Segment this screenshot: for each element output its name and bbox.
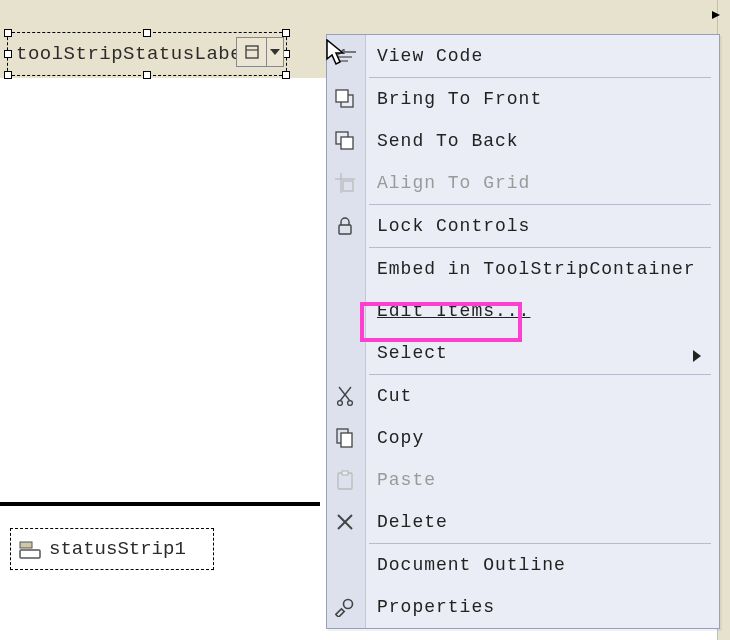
menu-delete[interactable]: Delete xyxy=(327,501,719,543)
menu-send-to-back[interactable]: Send To Back xyxy=(327,120,719,162)
paste-icon xyxy=(333,469,357,491)
menu-document-outline[interactable]: Document Outline xyxy=(327,544,719,586)
svg-marker-16 xyxy=(693,350,701,362)
resize-handle[interactable] xyxy=(282,71,290,79)
cursor-icon xyxy=(326,39,346,67)
menu-label: Properties xyxy=(377,597,495,617)
component-tray-item[interactable]: statusStrip1 xyxy=(10,528,214,570)
copy-icon xyxy=(333,427,357,449)
svg-line-18 xyxy=(340,387,351,401)
resize-handle[interactable] xyxy=(143,71,151,79)
menu-label: Align To Grid xyxy=(377,173,530,193)
svg-rect-9 xyxy=(336,90,348,102)
menu-lock-controls[interactable]: Lock Controls xyxy=(327,205,719,247)
menu-label: Paste xyxy=(377,470,436,490)
svg-rect-15 xyxy=(339,225,351,234)
svg-rect-22 xyxy=(341,433,352,447)
form-divider xyxy=(0,502,320,506)
add-item-dropdown[interactable] xyxy=(267,38,283,66)
menu-embed-toolstripcontainer[interactable]: Embed in ToolStripContainer xyxy=(327,248,719,290)
menu-bring-to-front[interactable]: Bring To Front xyxy=(327,78,719,120)
menu-label: Embed in ToolStripContainer xyxy=(377,259,696,279)
menu-label: Bring To Front xyxy=(377,89,542,109)
menu-label: Document Outline xyxy=(377,555,566,575)
resize-handle[interactable] xyxy=(4,50,12,58)
resize-handle[interactable] xyxy=(4,71,12,79)
menu-copy[interactable]: Copy xyxy=(327,417,719,459)
svg-point-19 xyxy=(338,401,343,406)
svg-rect-11 xyxy=(341,137,353,149)
component-tray-label: statusStrip1 xyxy=(49,538,186,560)
svg-rect-28 xyxy=(336,609,344,617)
delete-icon xyxy=(333,511,357,533)
svg-point-20 xyxy=(348,401,353,406)
svg-marker-0 xyxy=(712,11,720,19)
menu-paste: Paste xyxy=(327,459,719,501)
svg-rect-24 xyxy=(342,471,348,475)
menu-label: View Code xyxy=(377,46,483,66)
properties-icon xyxy=(333,596,357,618)
add-items-split-button[interactable] xyxy=(236,37,284,67)
add-item-button[interactable] xyxy=(237,38,267,66)
submenu-arrow-icon xyxy=(693,347,701,367)
statusstrip-icon xyxy=(19,538,41,560)
menu-label: Edit Items... xyxy=(377,301,530,321)
svg-rect-1 xyxy=(246,46,258,58)
align-grid-icon xyxy=(333,172,357,194)
svg-marker-29 xyxy=(327,40,343,64)
menu-properties[interactable]: Properties xyxy=(327,586,719,628)
svg-rect-4 xyxy=(20,550,40,558)
context-menu: View Code Bring To Front Send To Back xyxy=(326,34,720,629)
menu-cut[interactable]: Cut xyxy=(327,375,719,417)
resize-handle[interactable] xyxy=(4,29,12,37)
svg-marker-3 xyxy=(270,49,280,55)
toolstrip-status-label[interactable]: toolStripStatusLabel1 xyxy=(16,43,266,65)
lock-icon xyxy=(333,215,357,237)
smart-tag-arrow[interactable] xyxy=(712,11,724,19)
menu-label: Send To Back xyxy=(377,131,519,151)
resize-handle[interactable] xyxy=(282,29,290,37)
cut-icon xyxy=(333,385,357,407)
menu-label: Cut xyxy=(377,386,412,406)
menu-edit-items[interactable]: Edit Items... xyxy=(327,290,719,332)
svg-line-17 xyxy=(339,387,350,401)
svg-rect-14 xyxy=(343,181,353,191)
menu-align-to-grid: Align To Grid xyxy=(327,162,719,204)
designer-canvas[interactable]: toolStripStatusLabel1 statusStrip1 View … xyxy=(0,0,730,640)
menu-label: Copy xyxy=(377,428,424,448)
menu-label: Delete xyxy=(377,512,448,532)
svg-point-27 xyxy=(344,600,353,609)
resize-handle[interactable] xyxy=(143,29,151,37)
bring-front-icon xyxy=(333,88,357,110)
menu-select[interactable]: Select xyxy=(327,332,719,374)
send-back-icon xyxy=(333,130,357,152)
menu-label: Lock Controls xyxy=(377,216,530,236)
title-bar-area xyxy=(0,0,730,31)
menu-view-code[interactable]: View Code xyxy=(327,35,719,77)
menu-label: Select xyxy=(377,343,448,363)
svg-rect-5 xyxy=(20,542,32,548)
